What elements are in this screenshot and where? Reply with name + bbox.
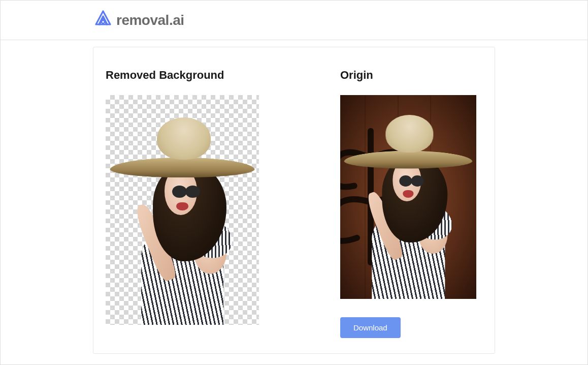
brand-name: removal.ai [116, 12, 184, 28]
main-content: Removed Background [1, 40, 587, 354]
panel-origin-title: Origin [340, 69, 476, 82]
svg-point-0 [102, 20, 105, 23]
header: removal.ai [1, 1, 587, 40]
origin-image-preview[interactable] [340, 95, 476, 299]
subject-original [343, 111, 473, 299]
result-card: Removed Background [93, 47, 495, 354]
panel-removed-title: Removed Background [106, 69, 259, 82]
panel-removed-background: Removed Background [106, 69, 259, 338]
download-button[interactable]: Download [340, 317, 401, 338]
removed-image-preview[interactable] [106, 95, 259, 325]
brand-logo[interactable]: removal.ai [93, 9, 184, 32]
subject-cutout [109, 113, 256, 325]
logo-mark-icon [93, 9, 113, 32]
panel-origin: Origin [340, 69, 476, 338]
